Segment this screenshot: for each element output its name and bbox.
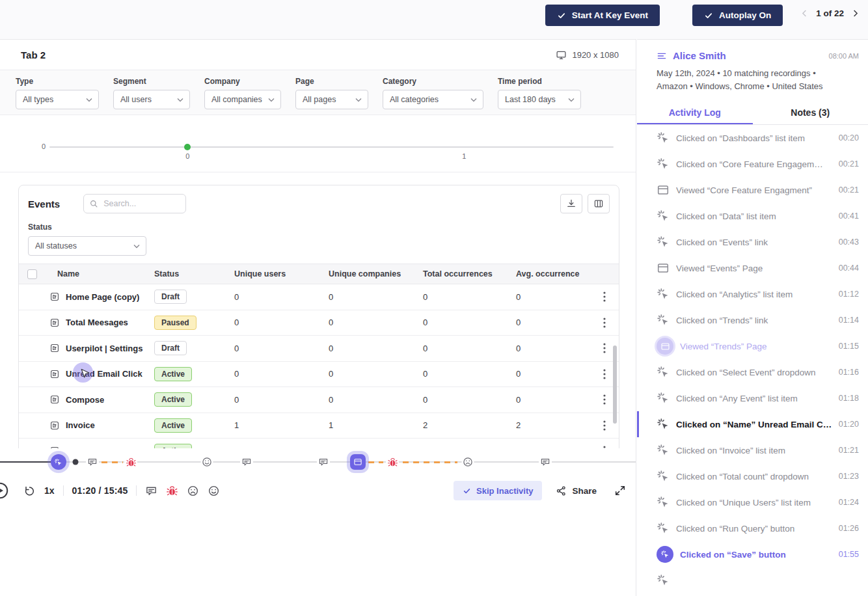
activity-item[interactable]: Clicked on “Analytics” list item 01:12 [637, 281, 868, 307]
share-label: Share [572, 486, 597, 496]
start-at-key-event-button[interactable]: Start At Key Event [545, 5, 660, 26]
activity-item[interactable]: Clicked on “Total count” dropdown 01:23 [637, 463, 868, 489]
activity-item[interactable]: Viewed “Events” Page 00:44 [637, 255, 868, 281]
activity-text: Clicked on “Total count” dropdown [676, 472, 832, 481]
activity-item[interactable]: Clicked on “Trends” link 01:14 [637, 307, 868, 333]
bug-marker-icon[interactable] [166, 485, 178, 497]
filter-dropdown[interactable]: All categories [383, 90, 483, 109]
table-row[interactable]: Invoice Active 1 1 2 2 [19, 413, 619, 439]
user-name[interactable]: Alice Smith [673, 50, 726, 61]
avg-occurrence-value: 0 [516, 292, 590, 302]
status-filter-dropdown[interactable]: All statuses [28, 236, 146, 256]
timeline-marker-event[interactable] [350, 454, 366, 470]
filter-dropdown[interactable]: All types [16, 90, 99, 109]
chevron-down-icon [568, 98, 575, 102]
columns-button[interactable] [588, 194, 610, 213]
slider-handle[interactable] [184, 144, 191, 150]
filter-label: Time period [498, 77, 581, 86]
activity-item[interactable]: Clicked on “Data” list item 00:41 [637, 203, 868, 229]
activity-item[interactable] [637, 567, 868, 593]
session-start-time: 08:00 AM [829, 52, 859, 60]
timeline-marker-frown[interactable] [461, 456, 474, 468]
unique-users-value: 0 [234, 395, 329, 405]
activity-item[interactable]: Viewed “Core Feature Engagment” 00:21 [637, 177, 868, 203]
table-row[interactable]: Userpilot | Settings Draft 0 0 0 0 [19, 336, 619, 362]
filter-dropdown[interactable]: All users [113, 90, 190, 109]
status-filter-value: All statuses [35, 241, 77, 251]
timeline-marker-bug[interactable] [124, 455, 137, 468]
happy-marker-icon[interactable] [208, 485, 220, 497]
slider-handle-label: 0 [185, 152, 189, 160]
row-menu-icon[interactable] [603, 343, 606, 353]
table-row[interactable]: Unread Email Click Active 0 0 0 0 [19, 362, 619, 388]
timeline-marker-note[interactable] [240, 455, 253, 468]
activity-item[interactable]: Clicked on “Save” button 01:55 [637, 541, 868, 567]
skip-inactivity-toggle[interactable]: Skip Inactivity [454, 481, 542, 500]
total-occurrences-value: 0 [423, 344, 516, 353]
timeline-marker-playhead[interactable] [51, 454, 66, 470]
row-menu-icon[interactable] [603, 291, 606, 302]
table-row[interactable]: Compose Active 0 0 0 0 [19, 387, 619, 413]
session-list-icon[interactable] [657, 51, 667, 61]
row-menu-icon[interactable] [603, 394, 606, 405]
next-session-icon[interactable] [850, 8, 860, 18]
resolution-label: 1920 x 1080 [572, 50, 619, 60]
activity-text: Viewed “Trends” Page [680, 342, 832, 351]
play-pause-button[interactable] [0, 481, 10, 500]
share-button[interactable]: Share [556, 485, 597, 496]
player-bottom: 1x 01:20 / 15:45 Skip Inactivity Share [0, 448, 636, 596]
filter-dropdown[interactable]: Last 180 days [498, 90, 581, 109]
rewind-10-icon[interactable] [23, 485, 36, 497]
table-row[interactable]: Total Meesages Paused 0 0 0 0 [19, 310, 619, 336]
activity-item[interactable]: Clicked on “Unique Users” list item 01:2… [637, 489, 868, 515]
activity-item[interactable]: Clicked on “Core Feature Engagem… 00:21 [637, 151, 868, 177]
fullscreen-icon[interactable] [614, 485, 626, 496]
autoplay-toggle-button[interactable]: Autoplay On [692, 5, 783, 26]
unique-companies-value: 0 [329, 292, 423, 302]
tab-notes[interactable]: Notes (3) [753, 102, 868, 124]
filter-dropdown[interactable]: All pages [295, 90, 368, 109]
activity-item[interactable]: Clicked on “Events” link 00:43 [637, 229, 868, 255]
chevron-down-icon [355, 98, 362, 102]
activity-item[interactable]: Clicked on “Invoice” list item 01:21 [637, 437, 868, 463]
filter-dropdown[interactable]: All companies [204, 90, 281, 109]
timeline-marker-bug[interactable] [386, 455, 399, 468]
timeline-marker-note[interactable] [539, 455, 552, 468]
status-filter-label: Status [28, 223, 610, 232]
session-sidebar: Alice Smith 08:00 AM May 12th, 2024 • 10… [637, 39, 868, 596]
timeline[interactable] [0, 454, 636, 470]
activity-item[interactable]: Clicked on “Dashboards” list item 00:20 [637, 125, 868, 151]
timeline-marker-note[interactable] [317, 455, 330, 468]
activity-text: Clicked on “Invoice” list item [676, 446, 832, 455]
status-badge: Paused [154, 316, 197, 330]
activity-item[interactable]: Clicked on “Run Query” button 01:26 [637, 515, 868, 541]
previous-session-icon[interactable] [800, 8, 809, 18]
session-counter: 1 of 22 [816, 8, 844, 18]
slider-track[interactable]: 0 1 [49, 146, 614, 148]
filter-label: Segment [113, 77, 190, 86]
table-row[interactable]: Home Page (copy) Draft 0 0 0 0 [19, 284, 619, 310]
filter: Type All types [16, 77, 99, 115]
event-name: Invoice [66, 420, 95, 430]
activity-item[interactable]: Clicked on “Name” Unread Email C… 01:20 [637, 411, 868, 437]
event-icon [49, 369, 60, 379]
table-scrollbar[interactable] [613, 345, 617, 424]
activity-item[interactable]: Clicked on “Any Event” list item 01:18 [637, 385, 868, 411]
tab-activity-log[interactable]: Activity Log [637, 102, 753, 124]
activity-time: 00:20 [839, 133, 859, 142]
select-all-checkbox[interactable] [27, 269, 37, 279]
export-button[interactable] [560, 194, 582, 213]
playback-speed-button[interactable]: 1x [44, 485, 55, 496]
search-input[interactable] [83, 194, 186, 213]
activity-text: Clicked on “Unique Users” list item [676, 498, 832, 508]
activity-item[interactable]: Viewed “Trends” Page 01:15 [637, 333, 868, 359]
note-marker-icon[interactable] [145, 485, 157, 497]
row-menu-icon[interactable] [603, 369, 606, 379]
row-menu-icon[interactable] [603, 420, 606, 431]
frustrated-marker-icon[interactable] [187, 485, 199, 497]
timeline-marker-dot[interactable] [73, 459, 79, 465]
activity-item[interactable]: Clicked on “Select Event” dropdown 01:16 [637, 359, 868, 385]
timeline-marker-note[interactable] [86, 455, 99, 468]
row-menu-icon[interactable] [603, 318, 606, 328]
timeline-marker-smile[interactable] [200, 456, 213, 468]
